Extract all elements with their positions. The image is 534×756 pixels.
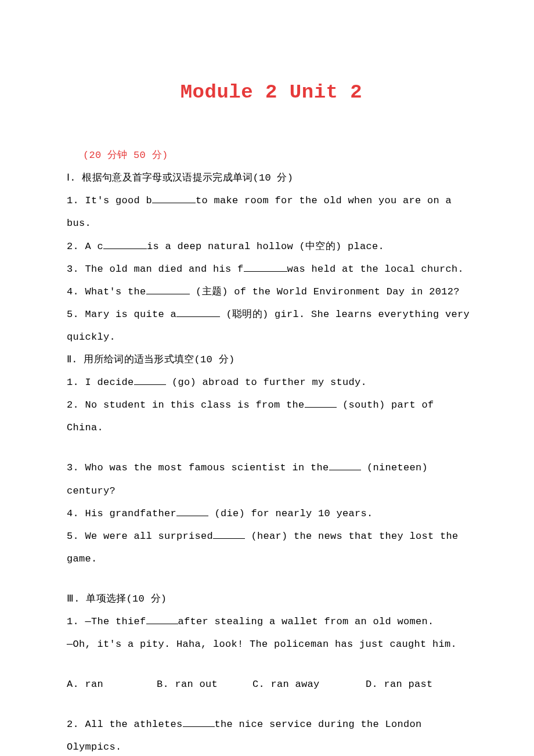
- s3-q1-options: A. ran B. ran out C. ran away D. ran pas…: [67, 673, 476, 696]
- s3-q1-line1: 1. —The thiefafter stealing a wallet fro…: [67, 610, 476, 633]
- text: was held at the local church.: [287, 264, 464, 275]
- text: is a deep natural hollow (中空的) place.: [147, 241, 384, 252]
- blank[interactable]: [305, 399, 337, 408]
- option-d[interactable]: D. ran past: [366, 673, 433, 696]
- spacer: [67, 656, 476, 673]
- text: 2. All the athletes: [67, 719, 183, 730]
- spacer: [67, 439, 476, 456]
- blank[interactable]: [176, 507, 208, 516]
- s2-q1: 1. I decide (go) abroad to further my st…: [67, 371, 476, 394]
- blank[interactable]: [146, 285, 190, 294]
- s1-q3: 3. The old man died and his fwas held at…: [67, 258, 476, 280]
- s2-q4: 4. His grandfather (die) for nearly 10 y…: [67, 502, 476, 525]
- blank[interactable]: [176, 308, 220, 317]
- blank[interactable]: [134, 376, 166, 385]
- blank[interactable]: [152, 195, 196, 203]
- s3-q2: 2. All the athletesthe nice service duri…: [67, 713, 476, 756]
- s2-q5: 5. We were all surprised (hear) the news…: [67, 525, 476, 570]
- text: (主题) of the World Environment Day in 201…: [190, 286, 460, 297]
- option-c[interactable]: C. ran away: [252, 673, 366, 696]
- blank[interactable]: [329, 462, 361, 470]
- blank[interactable]: [103, 240, 147, 249]
- s3-q1-line2: —Oh, it's a pity. Haha, look! The police…: [67, 633, 476, 656]
- section2-header: Ⅱ. 用所给词的适当形式填空(10 分): [67, 348, 476, 371]
- s1-q4: 4. What's the (主题) of the World Environm…: [67, 280, 476, 303]
- s2-q3: 3. Who was the most famous scientist in …: [67, 456, 476, 502]
- s1-q5: 5. Mary is quite a (聪明的) girl. She learn…: [67, 303, 476, 348]
- option-b[interactable]: B. ran out: [157, 673, 252, 696]
- s2-q2: 2. No student in this class is from the …: [67, 394, 476, 439]
- blank[interactable]: [213, 530, 245, 538]
- text: after stealing a wallet from an old wome…: [178, 616, 434, 627]
- text: 5. We were all surprised: [67, 531, 213, 542]
- page-subtitle: (20 分钟 50 分): [83, 144, 476, 167]
- text: 3. Who was the most famous scientist in …: [67, 462, 329, 473]
- text: 2. A c: [67, 241, 103, 252]
- text: 4. What's the: [67, 286, 146, 297]
- text: (go) abroad to further my study.: [166, 377, 367, 388]
- text: 1. It's good b: [67, 195, 152, 206]
- section3-header: Ⅲ. 单项选择(10 分): [67, 588, 476, 610]
- text: (die) for nearly 10 years.: [208, 508, 379, 519]
- text: 1. —The thief: [67, 616, 146, 627]
- s1-q1: 1. It's good bto make room for the old w…: [67, 189, 476, 235]
- spacer: [67, 696, 476, 713]
- text: 3. The old man died and his f: [67, 264, 244, 275]
- blank[interactable]: [146, 615, 178, 624]
- option-a[interactable]: A. ran: [67, 673, 157, 696]
- section1-header: Ⅰ. 根据句意及首字母或汉语提示完成单词(10 分): [67, 167, 476, 189]
- text: 2. No student in this class is from the: [67, 399, 305, 411]
- blank[interactable]: [244, 262, 287, 271]
- s1-q2: 2. A cis a deep natural hollow (中空的) pla…: [67, 235, 476, 258]
- text: 4. His grandfather: [67, 508, 176, 519]
- blank[interactable]: [183, 718, 215, 727]
- page-title: Module 2 Unit 2: [67, 70, 476, 115]
- spacer: [67, 570, 476, 588]
- text: 5. Mary is quite a: [67, 309, 176, 320]
- text: 1. I decide: [67, 377, 134, 388]
